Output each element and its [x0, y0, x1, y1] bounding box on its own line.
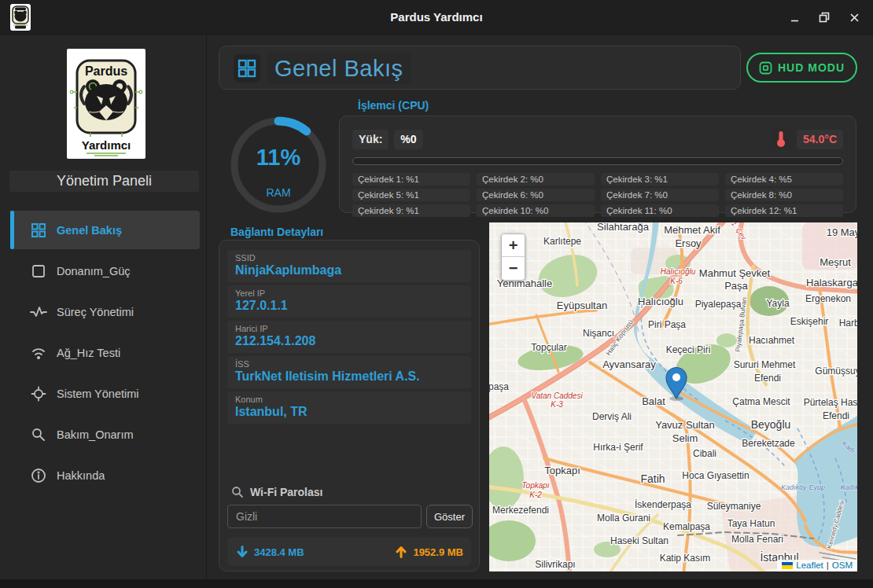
page-header-panel: Genel Bakış: [219, 46, 741, 90]
svg-text:Pardus: Pardus: [85, 64, 127, 78]
sidebar-item-label: Donanım_Güç: [57, 265, 131, 277]
cpu-core-chip: Çekirdek 5: %1: [352, 189, 470, 201]
cpu-core-chip: Çekirdek 12: %1: [725, 204, 843, 217]
zoom-in-button[interactable]: +: [502, 234, 525, 257]
cpu-core-chip: Çekirdek 9: %1: [352, 204, 470, 217]
upload-total: 1952.9 MB: [413, 546, 463, 558]
window-title: Pardus Yardımcı: [0, 0, 873, 35]
map-label: Pürtelaş Has: [804, 397, 857, 408]
cpu-core-chip: Çekirdek 10: %0: [477, 204, 595, 217]
sidebar-item-label: Hakkında: [57, 469, 105, 482]
map-label: Cibali: [693, 448, 716, 459]
map-label: Nişancı: [583, 328, 614, 339]
sidebar-item-label: Genel Bakış: [57, 224, 122, 237]
map-label: Ersoy: [675, 237, 702, 249]
map-label: Beyoğlu: [751, 418, 791, 431]
map-label: Hacıahmet: [749, 335, 795, 346]
map-label: Hoca Gıyasettin: [682, 470, 749, 481]
map-label: Ayvansaray: [602, 358, 656, 370]
map-label: Balat: [642, 395, 665, 407]
map-label: K-6: [670, 277, 683, 285]
sidebar: Pardus Yardımcı Yönetim Paneli: [0, 35, 207, 579]
map-attribution: Leaflet | OSM: [777, 560, 857, 571]
map-label: Karlıtepe: [543, 236, 581, 247]
maximize-button[interactable]: [813, 6, 835, 28]
connection-field: İSS TurkNet Iletisim Hizmetleri A.S.: [227, 356, 471, 388]
map-label: Kadıköy-Eyüp: [781, 483, 825, 491]
map-label: Topkapı: [544, 465, 580, 476]
sidebar-item-label: Sistem Yönetimi: [57, 388, 139, 400]
sidebar-item-sistem-yonetimi[interactable]: Sistem Yönetimi: [10, 374, 200, 413]
map-label: Molla Fenari: [731, 534, 783, 545]
map-label: Piyalepaşa: [695, 299, 742, 310]
map-label: Silahtarağa: [597, 222, 650, 233]
svg-text:Yardımcı: Yardımcı: [82, 138, 131, 152]
sidebar-panel-title: Yönetim Paneli: [9, 171, 199, 192]
magnifier-icon: [30, 426, 47, 443]
map-label: Paşa: [724, 280, 748, 292]
pardus-yardimci-logo: Pardus Yardımcı: [67, 49, 146, 159]
location-map[interactable]: SilahtarağaKarlıtepeMehmet AkifErsoy19 M…: [489, 222, 857, 571]
connection-field: SSID NinjaKaplumbaga: [227, 250, 471, 282]
sidebar-item-label: Süreç Yönetimi: [57, 306, 134, 318]
wifi-password-input[interactable]: [227, 505, 422, 528]
map-label: Gümüşsuy: [815, 366, 857, 377]
osm-link[interactable]: OSM: [832, 560, 853, 570]
close-button[interactable]: [843, 6, 865, 28]
page-title: Genel Bakış: [267, 53, 411, 84]
window-bottom-edge: [0, 579, 873, 588]
connection-field: Yerel IP 127.0.1.1: [227, 285, 471, 318]
map-label: Efendi: [754, 373, 781, 384]
cpu-core-chip: Çekirdek 4: %5: [725, 173, 843, 186]
cpu-load-label: Yük:: [352, 130, 389, 149]
cpu-load-bar: [352, 157, 843, 165]
map-label: Eskişehir: [790, 316, 829, 327]
sidebar-item-label: Bakım_Onarım: [57, 428, 134, 441]
map-label: Halıcıoğlu: [638, 296, 683, 307]
main-content: Genel Bakış HUD MODU İşlemci (CPU) 11% R…: [208, 35, 873, 579]
leaflet-link[interactable]: Leaflet: [796, 560, 823, 570]
activity-icon: [30, 303, 47, 321]
map-label: Halıcıoğlu: [661, 267, 696, 276]
cpu-core-chip: Çekirdek 2: %0: [477, 173, 595, 186]
cpu-core-chip: Çekirdek 7: %0: [601, 189, 719, 201]
sidebar-item-hakkinda[interactable]: Hakkında: [10, 456, 200, 494]
connection-section-title: Bağlantı Detayları: [230, 226, 323, 238]
hud-mode-button[interactable]: HUD MODU: [746, 53, 857, 83]
map-label: Derviş Ali: [592, 411, 632, 422]
connection-field: Konum Istanbul, TR: [227, 391, 471, 424]
map-label: Süleymaniye: [707, 501, 761, 512]
connection-panel: SSID NinjaKaplumbaga Yerel IP 127.0.1.1 …: [219, 240, 480, 571]
map-label: Mahmut Şevket: [699, 267, 771, 279]
map-label: Meşrut: [820, 256, 851, 268]
map-label: Katip Kasım: [660, 553, 711, 564]
sidebar-item-bakim-onarim[interactable]: Bakım_Onarım: [10, 415, 200, 454]
square-icon: [30, 263, 47, 280]
cpu-core-chip: Çekirdek 1: %1: [352, 173, 470, 186]
map-label: Halaskarga: [806, 277, 857, 288]
minimize-button[interactable]: [783, 6, 805, 28]
info-icon: [30, 467, 47, 484]
map-label: Topkapı: [521, 481, 549, 490]
show-password-button[interactable]: Göster: [426, 505, 473, 528]
map-label: K-2: [529, 491, 542, 499]
search-icon: [231, 486, 244, 498]
ukraine-flag-icon: [782, 562, 793, 569]
cpu-load-value: %0: [394, 130, 422, 149]
connection-field: Harici IP 212.154.1.208: [227, 321, 471, 353]
zoom-out-button[interactable]: −: [502, 257, 525, 280]
sidebar-item-surec-yonetimi[interactable]: Süreç Yönetimi: [10, 292, 200, 331]
download-arrow-icon: [235, 545, 249, 559]
map-label: Topçular: [531, 342, 566, 353]
map-label: Efendi: [823, 410, 849, 421]
sidebar-item-donanim-guc[interactable]: Donanım_Güç: [10, 252, 200, 290]
map-label: Selim: [672, 432, 698, 444]
map-label: 19 May: [827, 226, 857, 238]
sidebar-item-ag-hiz-testi[interactable]: Ağ_Hız Testi: [10, 333, 200, 372]
map-label: Yayla: [766, 298, 789, 309]
upload-arrow-icon: [394, 545, 408, 559]
map-label: Kadık: [840, 483, 857, 491]
sidebar-item-genel-bakis[interactable]: Genel Bakış: [10, 211, 200, 249]
wifi-icon: [30, 344, 47, 362]
map-label: Ergenekon: [805, 293, 851, 304]
